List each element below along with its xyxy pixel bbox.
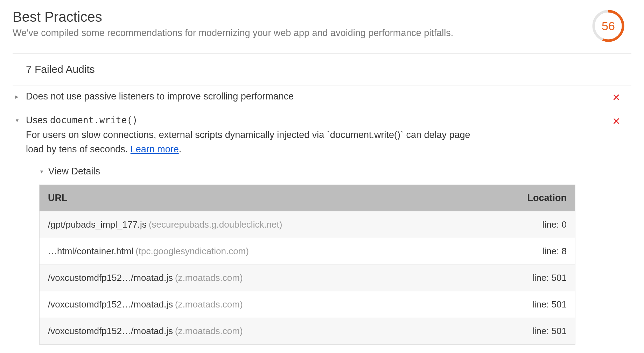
- url-path: /voxcustomdfp152…/moatad.js: [48, 326, 173, 336]
- learn-more-link[interactable]: Learn more: [131, 144, 179, 154]
- url-path: /voxcustomdfp152…/moatad.js: [48, 299, 173, 310]
- chevron-right-icon: ▶: [13, 94, 26, 99]
- fail-icon: ✕: [612, 91, 620, 103]
- url-host: (z.moatads.com): [175, 299, 243, 310]
- header: Best Practices We've compiled some recom…: [13, 9, 631, 54]
- chevron-down-icon: ▼: [39, 169, 44, 174]
- col-header-location: Location: [495, 185, 575, 211]
- url-host: (z.moatads.com): [175, 272, 243, 283]
- details-table: URL Location /gpt/pubads_impl_177.js(sec…: [39, 185, 575, 345]
- line-location: line: 0: [495, 212, 575, 238]
- line-location: line: 501: [495, 265, 575, 291]
- table-row: …html/container.html(tpc.googlesyndicati…: [40, 238, 575, 264]
- score-value: 56: [592, 9, 625, 43]
- audit-description: For users on slow connections, external …: [13, 126, 482, 156]
- page-subtitle: We've compiled some recommendations for …: [13, 28, 592, 39]
- url-host: (securepubads.g.doubleclick.net): [149, 219, 282, 230]
- fail-icon: ✕: [612, 115, 620, 127]
- table-row: /voxcustomdfp152…/moatad.js(z.moatads.co…: [40, 264, 575, 291]
- table-row: /voxcustomdfp152…/moatad.js(z.moatads.co…: [40, 318, 575, 344]
- chevron-down-icon: ▼: [13, 118, 26, 123]
- failed-audits-heading: 7 Failed Audits: [13, 54, 631, 85]
- table-row: /gpt/pubads_impl_177.js(securepubads.g.d…: [40, 211, 575, 238]
- audit-item[interactable]: ▶ Does not use passive listeners to impr…: [13, 85, 631, 109]
- url-path: /gpt/pubads_impl_177.js: [48, 219, 147, 230]
- audit-title: Does not use passive listeners to improv…: [26, 91, 294, 102]
- table-header-row: URL Location: [40, 185, 575, 211]
- url-path: /voxcustomdfp152…/moatad.js: [48, 272, 173, 283]
- score-gauge: 56: [592, 9, 625, 43]
- audit-item[interactable]: ▼ Uses document.write() For users on slo…: [13, 109, 631, 156]
- page-title: Best Practices: [13, 9, 592, 25]
- url-path: …html/container.html: [48, 246, 133, 256]
- line-location: line: 8: [495, 238, 575, 264]
- view-details-toggle[interactable]: ▼ View Details: [26, 156, 631, 185]
- col-header-url: URL: [40, 185, 495, 211]
- url-host: (tpc.googlesyndication.com): [135, 246, 249, 256]
- view-details-label: View Details: [48, 166, 100, 177]
- line-location: line: 501: [495, 318, 575, 344]
- line-location: line: 501: [495, 291, 575, 318]
- audit-title: Uses document.write(): [26, 115, 138, 126]
- table-row: /voxcustomdfp152…/moatad.js(z.moatads.co…: [40, 291, 575, 318]
- url-host: (z.moatads.com): [175, 326, 243, 336]
